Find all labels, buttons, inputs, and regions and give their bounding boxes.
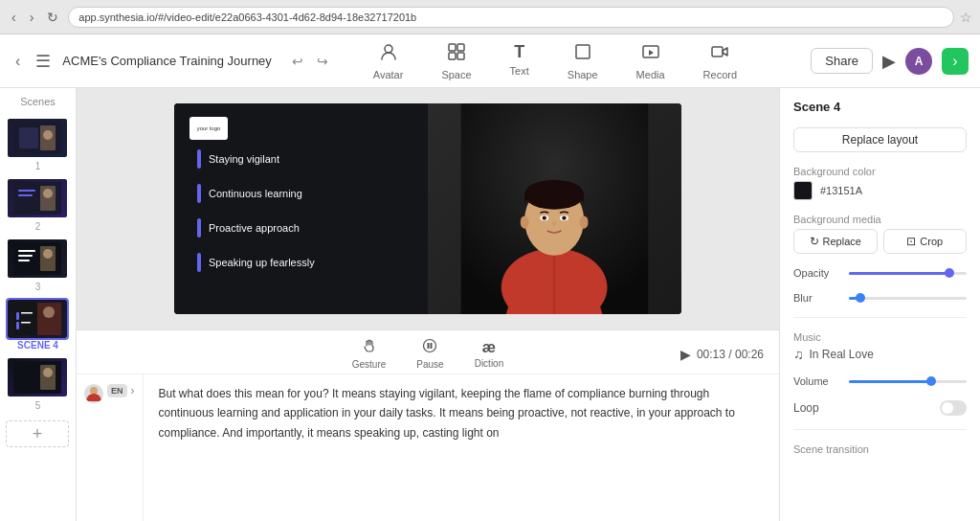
project-title: ACME's Compliance Training Journey xyxy=(62,54,272,68)
timer-group: ▶ 00:13 / 00:26 xyxy=(680,347,764,362)
space-icon xyxy=(447,42,466,66)
bullet-text-1: Staying vigilant xyxy=(209,153,279,165)
add-scene-button[interactable]: + xyxy=(6,420,69,447)
editor-avatar-small xyxy=(84,384,103,403)
loop-toggle[interactable] xyxy=(940,400,967,416)
bg-media-section: Background media ↻ Replace ⊡ Crop xyxy=(793,214,967,254)
opacity-label: Opacity xyxy=(793,267,841,279)
diction-tool[interactable]: æ Diction xyxy=(475,339,504,369)
forward-button[interactable]: › xyxy=(26,8,38,27)
volume-thumb[interactable] xyxy=(926,376,936,386)
play-button[interactable]: ▶ xyxy=(882,51,896,72)
svg-rect-1 xyxy=(449,44,456,51)
timer-display: 00:13 / 00:26 xyxy=(697,348,764,361)
bullet-text-3: Proactive approach xyxy=(209,222,300,234)
svg-rect-5 xyxy=(576,45,590,58)
diction-label: Diction xyxy=(475,358,504,369)
toolbar-avatar[interactable]: Avatar xyxy=(366,38,412,84)
opacity-thumb[interactable] xyxy=(945,268,954,278)
svg-rect-16 xyxy=(18,194,33,196)
header-left: ‹ ☰ ACME's Compliance Training Journey ↩… xyxy=(11,47,333,76)
scene-thumb-5[interactable]: 5 xyxy=(6,356,70,411)
avatar-label: Avatar xyxy=(373,69,404,80)
toolbar-shape[interactable]: Shape xyxy=(560,38,606,84)
avatar-svg xyxy=(428,103,681,314)
bullet-item-2: Continuous learning xyxy=(197,184,412,203)
redo-button[interactable]: ↪ xyxy=(312,51,333,72)
blur-track[interactable] xyxy=(849,297,967,300)
toolbar-space[interactable]: Space xyxy=(434,38,479,84)
bookmark-button[interactable]: ☆ xyxy=(960,10,972,25)
svg-rect-4 xyxy=(457,53,464,59)
back-nav-button[interactable]: ‹ xyxy=(11,49,24,74)
volume-section: Volume xyxy=(793,375,967,387)
svg-point-49 xyxy=(90,387,98,395)
toolbar-record[interactable]: Record xyxy=(696,38,745,84)
publish-button[interactable]: › xyxy=(942,48,969,75)
music-track-name: In Real Love xyxy=(810,348,874,361)
scene-thumb-2[interactable]: 2 xyxy=(6,177,70,232)
volume-track[interactable] xyxy=(849,380,967,383)
center-area: your logo Staying vigilant Continuous le… xyxy=(77,88,779,521)
svg-point-14 xyxy=(43,189,53,198)
main-content: Scenes 1 2 xyxy=(0,88,980,521)
gesture-icon xyxy=(362,338,377,357)
svg-point-11 xyxy=(43,130,53,140)
divider-2 xyxy=(793,429,967,430)
svg-rect-21 xyxy=(18,255,33,257)
record-icon xyxy=(710,42,729,66)
diction-icon: æ xyxy=(482,339,496,356)
share-button[interactable]: Share xyxy=(811,48,873,74)
replace-icon: ↻ xyxy=(810,235,819,248)
scene-thumb-4[interactable]: SCENE 4 xyxy=(6,298,70,351)
svg-rect-22 xyxy=(18,260,30,261)
undo-button[interactable]: ↩ xyxy=(287,51,308,72)
scene-transition-section: Scene transition xyxy=(793,443,967,459)
bullet-bar-2 xyxy=(197,184,201,203)
svg-rect-7 xyxy=(712,47,723,57)
blur-row: Blur xyxy=(793,292,967,304)
bullet-text-2: Continuous learning xyxy=(209,188,302,199)
opacity-track[interactable] xyxy=(849,272,967,275)
arrow-button[interactable]: › xyxy=(131,384,135,397)
menu-button[interactable]: ☰ xyxy=(32,47,55,76)
gesture-tool[interactable]: Gesture xyxy=(352,338,387,370)
music-label: Music xyxy=(793,331,967,343)
bg-color-label: Background color xyxy=(793,166,967,177)
svg-point-46 xyxy=(424,340,436,352)
opacity-row: Opacity xyxy=(793,267,967,279)
svg-rect-27 xyxy=(16,312,19,320)
canvas-left: your logo Staying vigilant Continuous le… xyxy=(174,103,428,314)
refresh-button[interactable]: ↻ xyxy=(43,8,62,27)
scene-thumb-1[interactable]: 1 xyxy=(6,117,70,171)
toolbar-text[interactable]: T Text xyxy=(502,38,537,84)
divider-1 xyxy=(793,317,967,318)
editor-text-area[interactable]: But what does this mean for you? It mean… xyxy=(144,374,779,521)
blur-thumb[interactable] xyxy=(856,293,865,303)
volume-row: Volume xyxy=(793,375,967,387)
bullet-bar-3 xyxy=(197,218,201,238)
color-row: #13151A xyxy=(793,181,967,200)
text-label: Text xyxy=(510,65,529,77)
svg-rect-29 xyxy=(16,322,19,329)
crop-media-button[interactable]: ⊡ Crop xyxy=(883,229,968,254)
url-bar[interactable]: app.synthesia.io/#/video-edit/e22a0663-4… xyxy=(68,7,954,28)
back-button[interactable]: ‹ xyxy=(8,8,20,27)
blur-section: Blur xyxy=(793,292,967,304)
volume-fill xyxy=(849,380,931,383)
color-swatch[interactable] xyxy=(793,181,813,200)
logo-placeholder: your logo xyxy=(189,117,228,140)
pause-tool[interactable]: Pause xyxy=(416,338,443,370)
replace-media-button[interactable]: ↻ Replace xyxy=(793,229,878,254)
replace-layout-button[interactable]: Replace layout xyxy=(793,127,967,152)
svg-rect-48 xyxy=(431,343,433,349)
bullet-item-4: Speaking up fearlessly xyxy=(197,253,412,272)
header-toolbar: Avatar Space T Text Shape xyxy=(333,38,777,84)
svg-rect-9 xyxy=(19,127,38,148)
toolbar-media[interactable]: Media xyxy=(629,38,673,84)
gesture-label: Gesture xyxy=(352,359,387,370)
scene-thumb-3[interactable]: 3 xyxy=(6,238,70,292)
language-badge[interactable]: EN xyxy=(107,384,127,397)
pause-label: Pause xyxy=(416,359,443,370)
bg-color-section: Background color #13151A xyxy=(793,166,967,200)
